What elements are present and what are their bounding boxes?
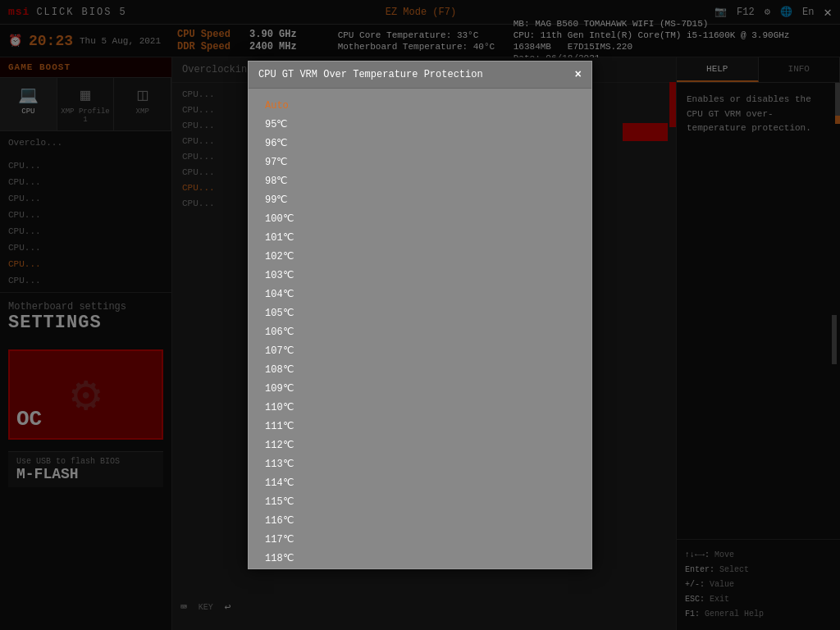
temperature-option-23[interactable]: 117℃ <box>252 530 588 549</box>
temperature-option-24[interactable]: 118℃ <box>252 549 588 565</box>
temperature-option-5[interactable]: 99℃ <box>252 190 588 209</box>
temperature-option-7[interactable]: 101℃ <box>252 228 588 247</box>
temperature-option-14[interactable]: 108℃ <box>252 360 588 379</box>
temperature-option-15[interactable]: 109℃ <box>252 379 588 398</box>
temperature-option-3[interactable]: 97℃ <box>252 153 588 171</box>
temperature-option-16[interactable]: 110℃ <box>252 398 588 417</box>
temperature-option-list: Auto95℃96℃97℃98℃99℃100℃101℃102℃103℃104℃1… <box>252 92 588 565</box>
modal: CPU GT VRM Over Temperature Protection ×… <box>248 61 592 569</box>
temperature-option-13[interactable]: 107℃ <box>252 341 588 360</box>
modal-body: Auto95℃96℃97℃98℃99℃100℃101℃102℃103℃104℃1… <box>249 89 591 568</box>
temperature-option-4[interactable]: 98℃ <box>252 171 588 190</box>
temperature-option-21[interactable]: 115℃ <box>252 492 588 511</box>
modal-overlay: CPU GT VRM Over Temperature Protection ×… <box>0 0 840 630</box>
temperature-option-1[interactable]: 95℃ <box>252 115 588 134</box>
temperature-option-8[interactable]: 102℃ <box>252 247 588 266</box>
temperature-option-22[interactable]: 116℃ <box>252 511 588 530</box>
temperature-option-17[interactable]: 111℃ <box>252 417 588 436</box>
temperature-option-19[interactable]: 113℃ <box>252 454 588 473</box>
modal-title: CPU GT VRM Over Temperature Protection <box>258 69 483 80</box>
temperature-option-9[interactable]: 103℃ <box>252 266 588 285</box>
temperature-option-11[interactable]: 105℃ <box>252 304 588 322</box>
modal-header: CPU GT VRM Over Temperature Protection × <box>249 62 591 89</box>
temperature-option-18[interactable]: 112℃ <box>252 436 588 454</box>
temperature-option-10[interactable]: 104℃ <box>252 285 588 304</box>
temperature-option-6[interactable]: 100℃ <box>252 209 588 228</box>
temperature-option-0[interactable]: Auto <box>252 97 588 115</box>
modal-close-button[interactable]: × <box>575 68 582 81</box>
temperature-option-12[interactable]: 106℃ <box>252 322 588 341</box>
temperature-option-2[interactable]: 96℃ <box>252 134 588 153</box>
modal-list-container[interactable]: Auto95℃96℃97℃98℃99℃100℃101℃102℃103℃104℃1… <box>252 92 588 565</box>
temperature-option-20[interactable]: 114℃ <box>252 473 588 492</box>
